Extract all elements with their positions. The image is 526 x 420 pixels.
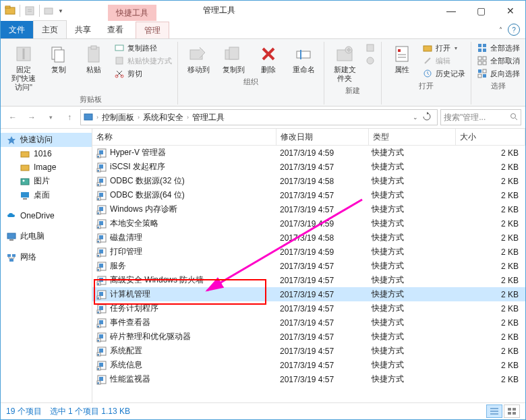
navigation-pane[interactable]: 快速访问 1016Image图片桌面 OneDrive 此电脑 网络 [1, 129, 92, 402]
svg-rect-17 [229, 47, 239, 59]
invert-selection-button[interactable]: 反向选择 [475, 67, 521, 80]
column-name[interactable]: 名称 [92, 129, 276, 145]
tab-manage[interactable]: 管理 [136, 22, 169, 38]
help-icon[interactable]: ? [508, 24, 520, 36]
status-selection: 选中 1 个项目 1.13 KB [50, 406, 130, 417]
copy-label: 复制 [51, 65, 66, 74]
file-row[interactable]: 任务计划程序2017/3/19 4:57快捷方式2 KB [92, 301, 525, 316]
nav-quick-item[interactable]: Image [1, 160, 92, 174]
column-type[interactable]: 类型 [369, 129, 456, 145]
file-row[interactable]: 计算机管理2017/3/19 4:57快捷方式2 KB [92, 287, 525, 301]
chevron-right-icon[interactable]: › [94, 114, 100, 121]
file-row[interactable]: 高级安全 Windows 防火墙2017/3/19 4:57快捷方式2 KB [92, 273, 525, 287]
easy-access-button[interactable] [363, 55, 377, 67]
nav-recent-button[interactable]: ▾ [42, 109, 59, 125]
paste-shortcut-button[interactable]: 粘贴快捷方式 [113, 55, 173, 67]
cut-button[interactable]: 剪切 [113, 67, 173, 80]
nav-network[interactable]: 网络 [1, 250, 92, 264]
paste-button[interactable]: 粘贴 [78, 42, 110, 76]
collapse-ribbon-icon[interactable]: ˄ [499, 26, 502, 34]
file-row[interactable]: 事件查看器2017/3/19 4:57快捷方式2 KB [92, 316, 525, 330]
column-size[interactable]: 大小 [456, 129, 525, 145]
view-details-button[interactable] [486, 404, 502, 418]
file-type-cell: 快捷方式 [368, 246, 454, 258]
tab-view[interactable]: 查看 [99, 21, 132, 38]
copy-path-button[interactable]: 复制路径 [113, 42, 173, 54]
file-size-cell: 2 KB [454, 361, 523, 370]
refresh-icon[interactable] [422, 112, 432, 123]
tab-home[interactable]: 主页 [33, 20, 67, 38]
new-folder-icon[interactable] [44, 5, 55, 16]
search-input[interactable]: 搜索"管理... [440, 109, 521, 125]
file-row[interactable]: 性能监视器2017/3/19 4:57快捷方式2 KB [92, 372, 525, 386]
separator [39, 5, 40, 17]
nav-quick-access[interactable]: 快速访问 [1, 133, 92, 147]
file-row[interactable]: 打印管理2017/3/19 4:59快捷方式2 KB [92, 245, 525, 259]
properties-icon[interactable] [24, 5, 35, 16]
move-to-button[interactable]: 移动到 [182, 42, 214, 76]
nav-up-button[interactable]: ↑ [61, 109, 78, 125]
nav-quick-item[interactable]: 图片 [1, 174, 92, 188]
breadcrumb-segment[interactable]: 控制面板 [102, 112, 134, 123]
maximize-button[interactable]: ▢ [466, 1, 496, 21]
delete-button[interactable]: 删除 [252, 42, 285, 76]
chevron-right-icon[interactable]: › [136, 114, 142, 121]
svg-rect-41 [478, 74, 481, 78]
svg-rect-38 [483, 61, 486, 65]
edit-icon [422, 55, 433, 66]
file-row[interactable]: 磁盘清理2017/3/19 4:58快捷方式2 KB [92, 231, 525, 245]
file-row[interactable]: 服务2017/3/19 4:57快捷方式2 KB [92, 259, 525, 273]
new-item-button[interactable] [363, 42, 377, 54]
breadcrumb-segment[interactable]: 管理工具 [192, 112, 225, 123]
file-row[interactable]: Windows 内存诊断2017/3/19 4:57快捷方式2 KB [92, 202, 525, 216]
copy-path-icon [114, 42, 125, 53]
nav-forward-button[interactable]: → [24, 109, 40, 125]
breadcrumb-segment[interactable]: 系统和安全 [143, 112, 183, 123]
history-button[interactable]: 历史记录 [421, 67, 467, 80]
shortcut-icon [96, 218, 107, 229]
file-row[interactable]: 系统配置2017/3/19 4:57快捷方式2 KB [92, 344, 525, 358]
minimize-button[interactable]: — [436, 1, 466, 21]
file-row[interactable]: 本地安全策略2017/3/19 4:59快捷方式2 KB [92, 216, 525, 231]
file-row[interactable]: 碎片整理和优化驱动器2017/3/19 4:57快捷方式2 KB [92, 330, 525, 344]
select-all-button[interactable]: 全部选择 [475, 42, 521, 54]
nav-quick-item[interactable]: 桌面 [1, 188, 92, 202]
file-row[interactable]: ODBC 数据源(32 位)2017/3/19 4:58快捷方式2 KB [92, 174, 525, 188]
svg-rect-100 [99, 349, 103, 353]
file-date-cell: 2017/3/19 4:57 [276, 332, 368, 342]
nav-back-button[interactable]: ← [5, 109, 21, 125]
tab-share[interactable]: 共享 [67, 21, 99, 38]
pin-to-quick-access-button[interactable]: 固定到"快速访问" [7, 42, 40, 93]
properties-button[interactable]: 属性 [386, 42, 418, 76]
qat-dropdown-icon[interactable]: ▼ [58, 8, 63, 14]
select-none-button[interactable]: 全部取消 [475, 55, 521, 67]
file-type-cell: 快捷方式 [368, 218, 454, 229]
view-thumbnails-button[interactable] [504, 404, 520, 418]
copy-to-button[interactable]: 复制到 [217, 42, 250, 76]
shortcut-icon [96, 190, 107, 201]
nav-this-pc[interactable]: 此电脑 [1, 229, 92, 243]
breadcrumb-box[interactable]: › 控制面板 › 系统和安全 › 管理工具 ⌄ [80, 109, 438, 125]
breadcrumb-dropdown-icon[interactable]: ⌄ [413, 114, 418, 121]
file-row[interactable]: Hyper-V 管理器2017/3/19 4:59快捷方式2 KB [92, 146, 525, 160]
file-row[interactable]: ODBC 数据源(64 位)2017/3/19 4:57快捷方式2 KB [92, 188, 525, 202]
chevron-right-icon[interactable]: › [185, 114, 191, 121]
file-list[interactable]: Hyper-V 管理器2017/3/19 4:59快捷方式2 KBiSCSI 发… [92, 146, 525, 402]
nav-onedrive[interactable]: OneDrive [1, 209, 92, 222]
copy-button[interactable]: 复制 [42, 42, 75, 76]
file-date-cell: 2017/3/19 4:58 [276, 177, 368, 186]
edit-button[interactable]: 编辑 [421, 55, 467, 67]
open-button[interactable]: 打开▾ [421, 42, 467, 54]
shortcut-icon [96, 247, 107, 258]
rename-button[interactable]: 重命名 [287, 42, 320, 76]
svg-rect-91 [99, 306, 103, 310]
close-button[interactable]: ✕ [496, 1, 525, 21]
column-date[interactable]: 修改日期 [276, 129, 369, 145]
svg-rect-113 [513, 408, 516, 411]
nav-quick-item[interactable]: 1016 [1, 147, 92, 160]
file-row[interactable]: iSCSI 发起程序2017/3/19 4:57快捷方式2 KB [92, 160, 525, 174]
file-date-cell: 2017/3/19 4:57 [276, 262, 368, 271]
file-row[interactable]: 系统信息2017/3/19 4:57快捷方式2 KB [92, 358, 525, 372]
tab-file[interactable]: 文件 [1, 21, 33, 38]
new-folder-button[interactable]: ✦ 新建文件夹 [328, 42, 361, 84]
